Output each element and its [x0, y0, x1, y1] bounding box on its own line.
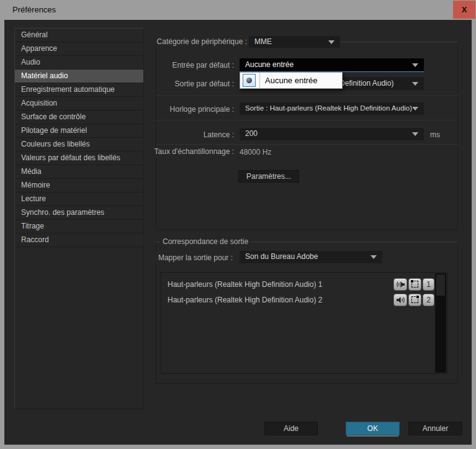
sidebar-item-m-dia[interactable]: Média	[15, 165, 143, 179]
titlebar[interactable]: Préférences X	[0, 0, 476, 20]
sidebar-item-m-moire[interactable]: Mémoire	[15, 179, 143, 193]
latency-select[interactable]: 200	[240, 128, 424, 140]
device-name: Haut-parleurs (Realtek High Definition A…	[168, 278, 322, 291]
cancel-button[interactable]: Annuler	[408, 422, 462, 435]
sidebar-item-mat-riel-audio[interactable]: Matériel audio	[15, 70, 143, 83]
samplerate-value: 48000 Hz	[240, 147, 271, 158]
radio-selected-icon	[243, 74, 256, 87]
separator	[156, 95, 458, 96]
dropdown-item-aucune-entree[interactable]: Aucune entrée	[240, 73, 342, 88]
output-device-row: Haut-parleurs (Realtek High Definition A…	[161, 293, 447, 308]
default-output-label: Sortie par défaut :	[172, 78, 237, 90]
device-category-label: Catégorie de périphérique :	[154, 36, 250, 48]
sidebar-item-acquisition[interactable]: Acquisition	[15, 97, 143, 111]
sidebar-item-enregistrement-automatique[interactable]: Enregistrement automatique	[15, 83, 143, 97]
device-category-select[interactable]: MME	[249, 36, 340, 48]
output-mapping-group-label: Correspondance de sortie	[159, 236, 251, 247]
help-button[interactable]: Aide	[264, 422, 318, 435]
sidebar-item-audio[interactable]: Audio	[15, 56, 143, 70]
close-button[interactable]: X	[453, 1, 475, 19]
sidebar-item-lecture[interactable]: Lecture	[15, 193, 143, 206]
settings-button[interactable]: Paramètres...	[238, 170, 299, 183]
divider	[259, 73, 260, 88]
samplerate-label: Taux d'échantillonnage :	[151, 146, 237, 158]
master-clock-label: Horloge principale :	[167, 104, 237, 116]
sidebar-item-apparence[interactable]: Apparence	[15, 42, 143, 56]
chevron-down-icon	[412, 82, 418, 86]
window-title: Préférences	[12, 0, 56, 19]
speaker-right-icon[interactable]	[393, 294, 407, 306]
input-dropdown-popup: Aucune entrée	[240, 72, 343, 89]
separator	[156, 120, 458, 120]
sidebar-item-valeurs-par-d-faut-des-libell-s[interactable]: Valeurs par défaut des libellés	[15, 152, 143, 165]
marquee-select-icon[interactable]	[408, 294, 421, 306]
latency-label: Latence :	[200, 129, 237, 141]
sidebar-item-synchro-des-param-tres[interactable]: Synchro. des paramètres	[15, 206, 143, 220]
separator	[156, 144, 458, 145]
device-name: Haut-parleurs (Realtek High Definition A…	[168, 293, 322, 307]
map-output-label: Mapper la sortie pour :	[155, 252, 236, 264]
default-input-label: Entrée par défaut :	[169, 60, 237, 71]
sidebar-item-couleurs-des-libell-s[interactable]: Couleurs des libellés	[15, 138, 143, 152]
channel-number-button[interactable]: 1	[423, 278, 434, 291]
chevron-down-icon	[370, 255, 377, 259]
sidebar-item-titrage[interactable]: Titrage	[15, 220, 143, 234]
preferences-category-list: GénéralApparenceAudioMatériel audioEnreg…	[14, 28, 144, 409]
chevron-down-icon	[328, 40, 335, 44]
speaker-left-icon[interactable]	[393, 278, 407, 291]
chevron-down-icon	[412, 132, 418, 136]
preferences-window: Préférences X GénéralApparenceAudioMatér…	[0, 0, 476, 449]
default-input-select[interactable]: Aucune entrée	[240, 58, 424, 72]
sidebar-item-pilotage-de-mat-riel[interactable]: Pilotage de matériel	[15, 124, 143, 138]
master-clock-select[interactable]: Sortie : Haut-parleurs (Realtek High Def…	[240, 102, 424, 115]
chevron-down-icon	[412, 107, 418, 111]
chevron-down-icon	[412, 63, 418, 67]
channel-number-button[interactable]: 2	[423, 294, 434, 306]
map-output-select[interactable]: Son du Bureau Adobe	[240, 251, 382, 263]
marquee-select-icon[interactable]	[408, 278, 421, 291]
sidebar-item-raccord[interactable]: Raccord	[15, 234, 143, 247]
dialog-body: GénéralApparenceAudioMatériel audioEnreg…	[4, 20, 472, 445]
latency-unit: ms	[430, 129, 440, 141]
sidebar-item-surface-de-contr-le[interactable]: Surface de contrôle	[15, 111, 143, 124]
sidebar-item-g-n-ral[interactable]: Général	[15, 29, 143, 42]
output-device-list: Haut-parleurs (Realtek High Definition A…	[161, 272, 447, 374]
ok-button[interactable]: OK	[346, 422, 400, 435]
output-device-row: Haut-parleurs (Realtek High Definition A…	[161, 278, 447, 293]
